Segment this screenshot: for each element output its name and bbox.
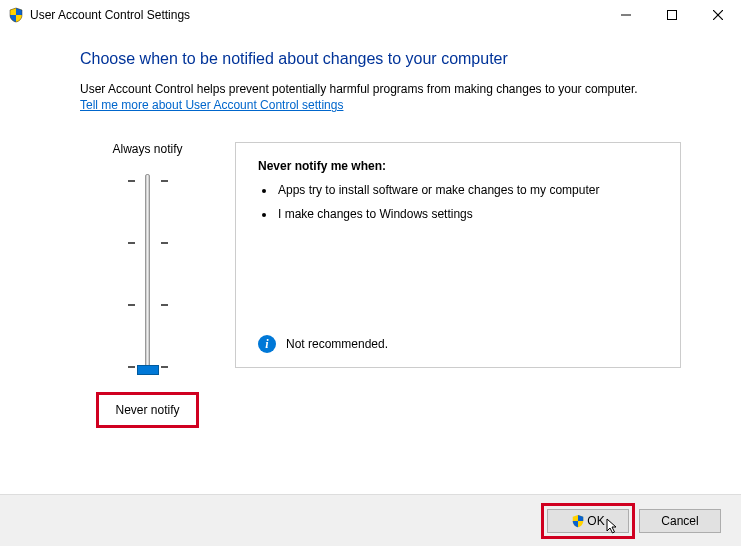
help-link[interactable]: Tell me more about User Account Control … xyxy=(80,98,343,112)
slider-label-bottom: Never notify xyxy=(115,403,179,417)
panel-bullet: Apps try to install software or make cha… xyxy=(276,183,658,197)
content-area: Choose when to be notified about changes… xyxy=(0,30,741,428)
close-button[interactable] xyxy=(695,0,741,30)
notification-slider[interactable] xyxy=(128,174,168,374)
cursor-icon xyxy=(606,518,622,536)
panel-bullet: I make changes to Windows settings xyxy=(276,207,658,221)
page-description: User Account Control helps prevent poten… xyxy=(80,82,681,96)
svg-rect-1 xyxy=(668,11,677,20)
info-panel: Never notify me when: Apps try to instal… xyxy=(235,142,681,368)
title-bar: User Account Control Settings xyxy=(0,0,741,30)
ok-button[interactable]: OK xyxy=(547,509,629,533)
cancel-button-label: Cancel xyxy=(661,514,698,528)
cancel-button[interactable]: Cancel xyxy=(639,509,721,533)
minimize-button[interactable] xyxy=(603,0,649,30)
panel-heading: Never notify me when: xyxy=(258,159,658,173)
maximize-button[interactable] xyxy=(649,0,695,30)
slider-thumb[interactable] xyxy=(137,365,159,375)
page-heading: Choose when to be notified about changes… xyxy=(80,50,681,68)
panel-footer-text: Not recommended. xyxy=(286,337,388,351)
slider-label-top: Always notify xyxy=(112,142,182,156)
window-title: User Account Control Settings xyxy=(30,8,190,22)
uac-shield-icon xyxy=(571,514,585,528)
dialog-button-bar: OK Cancel xyxy=(0,494,741,546)
window-controls xyxy=(603,0,741,30)
slider-label-bottom-highlight: Never notify xyxy=(96,392,198,428)
ok-button-label: OK xyxy=(587,514,604,528)
info-icon: i xyxy=(258,335,276,353)
uac-shield-icon xyxy=(8,7,24,23)
slider-column: Always notify Never notify xyxy=(80,142,215,428)
